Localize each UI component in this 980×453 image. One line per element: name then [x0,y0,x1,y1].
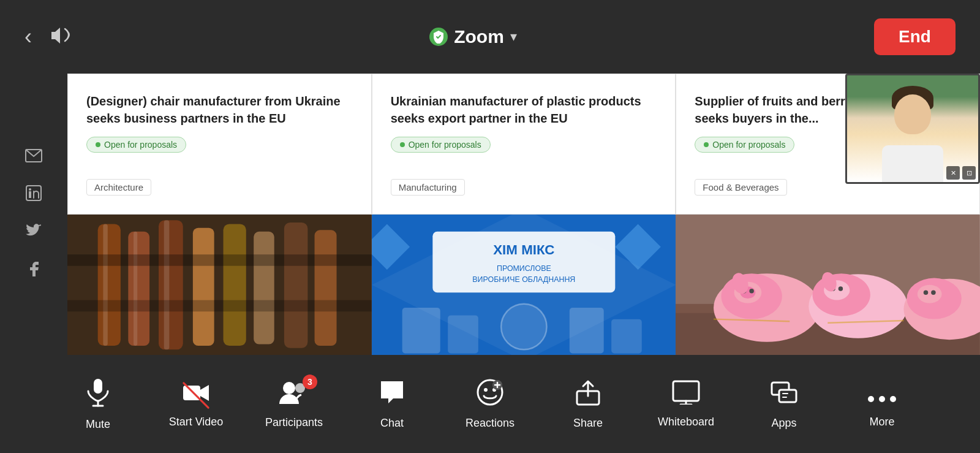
svg-rect-2 [29,191,31,198]
bottom-toolbar: Mute Start Video 3 Participants [0,355,980,453]
apps-button[interactable]: Apps [735,373,833,436]
badge-dot [96,142,100,147]
svg-rect-15 [164,220,170,349]
svg-rect-16 [67,254,372,266]
svg-point-75 [890,396,896,402]
svg-point-74 [879,396,885,402]
card-2-badge: Open for proposals [391,137,491,153]
svg-text:ВИРОБНИЧЕ ОБЛАДНАННЯ: ВИРОБНИЧЕ ОБЛАДНАННЯ [472,275,575,283]
pigs-image [676,215,980,356]
linkedin-icon[interactable] [26,185,42,205]
svg-rect-13 [103,224,107,346]
svg-rect-28 [611,319,642,353]
svg-point-58 [283,382,295,394]
more-button[interactable]: More [833,374,931,435]
video-off-icon [182,380,210,411]
share-label: Share [573,417,603,430]
end-button[interactable]: End [874,18,956,55]
svg-point-61 [484,388,488,392]
chevron-down-icon[interactable]: ▾ [510,29,517,45]
reactions-label: Reactions [466,417,514,430]
svg-rect-17 [67,300,372,311]
card-3-category: Food & Beverages [695,179,786,196]
whiteboard-label: Whiteboard [658,416,714,428]
shield-icon [429,28,448,46]
svg-rect-12 [315,230,337,346]
svg-rect-54 [94,379,102,394]
card-1[interactable]: (Designer) chair manufacturer from Ukrai… [67,74,372,215]
twitter-icon[interactable] [25,224,42,243]
back-button[interactable]: ‹ [24,26,32,48]
video-ctrl-1[interactable]: ✕ [946,166,960,180]
svg-rect-27 [569,308,603,354]
image-card-bottles[interactable] [67,215,372,356]
card-1-badge: Open for proposals [86,137,186,153]
card-2[interactable]: Ukrainian manufacturer of plastic produc… [372,74,676,215]
main-content: (Designer) chair manufacturer from Ukrai… [0,74,980,355]
whiteboard-icon [672,380,700,411]
start-video-button[interactable]: Start Video [147,374,245,435]
chat-icon [379,379,405,412]
badge-dot [400,142,405,147]
mute-button[interactable]: Mute [49,371,147,437]
badge-dot [704,142,709,147]
app-title: Zoom [454,26,504,47]
more-icon [867,380,897,411]
image-card-ximmikc[interactable]: ХІМ МІКС ПРОМИСЛОВЕ ВИРОБНИЧЕ ОБЛАДНАННЯ [372,215,676,356]
chat-label: Chat [380,417,404,430]
participants-icon: 3 [278,379,310,411]
share-button[interactable]: Share [539,373,637,436]
apps-icon [771,379,797,412]
volume-icon[interactable] [50,26,72,48]
card-1-title: (Designer) chair manufacturer from Ukrai… [86,93,353,127]
svg-rect-67 [673,381,699,401]
bottles-image [67,215,372,356]
card-2-category: Manufacturing [391,179,465,196]
mic-icon [86,378,110,413]
card-1-category: Architecture [86,179,151,196]
person-body [882,145,943,182]
svg-rect-72 [779,390,796,402]
svg-rect-6 [128,231,149,345]
participants-button[interactable]: 3 Participants [245,373,343,435]
mute-label: Mute [86,418,110,431]
video-overlay: ✕ ⊡ [845,74,980,184]
svg-point-3 [29,188,31,191]
svg-rect-10 [254,231,274,344]
whiteboard-button[interactable]: Whiteboard [637,374,735,435]
svg-rect-5 [98,224,121,346]
top-bar-left: ‹ [24,26,72,48]
svg-point-49 [918,284,942,303]
person-head [894,94,931,134]
svg-rect-25 [448,315,478,353]
top-bar: ‹ Zoom ▾ End [0,0,980,74]
video-controls: ✕ ⊡ [946,166,976,180]
svg-text:ПРОМИСЛОВЕ: ПРОМИСЛОВЕ [497,264,551,273]
svg-point-50 [924,290,928,294]
content-grid: (Designer) chair manufacturer from Ukrai… [67,74,980,355]
more-label: More [869,416,894,428]
apps-label: Apps [771,417,796,430]
reactions-icon [477,379,503,412]
card-2-title: Ukrainian manufacturer of plastic produc… [391,93,657,127]
participants-badge: 3 [303,375,317,389]
video-ctrl-2[interactable]: ⊡ [962,166,976,180]
email-icon[interactable] [25,148,42,167]
image-card-pigs[interactable] [676,215,980,356]
svg-rect-9 [224,224,246,346]
svg-point-45 [839,286,843,291]
reactions-button[interactable]: Reactions [441,373,539,436]
start-video-label: Start Video [169,416,224,428]
card-3-badge: Open for proposals [695,137,794,153]
chat-button[interactable]: Chat [343,373,441,436]
svg-rect-7 [159,220,183,349]
svg-point-73 [868,396,874,402]
svg-rect-24 [402,308,440,354]
left-sidebar [0,74,67,355]
svg-rect-11 [284,222,307,348]
svg-rect-8 [193,227,214,345]
facebook-icon[interactable] [26,261,41,281]
ximmikc-image: ХІМ МІКС ПРОМИСЛОВЕ ВИРОБНИЧЕ ОБЛАДНАННЯ [372,215,676,356]
svg-point-39 [750,288,754,292]
svg-text:ХІМ МІКС: ХІМ МІКС [493,242,554,257]
